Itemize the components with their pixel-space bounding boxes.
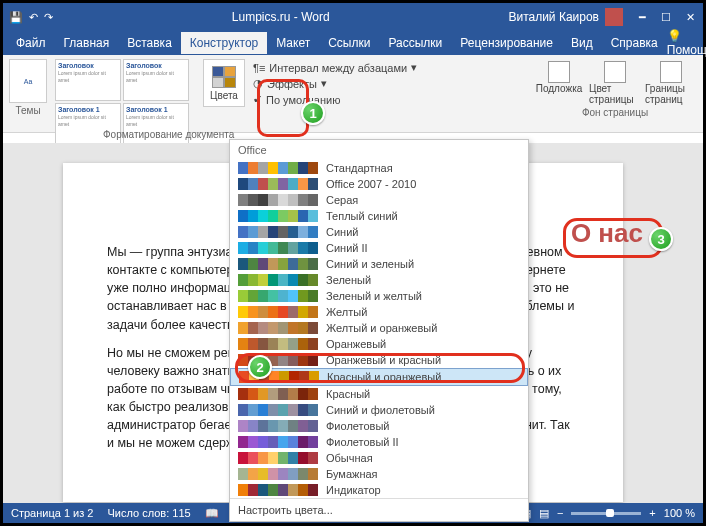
color-scheme-item[interactable]: Обычная (230, 450, 528, 466)
color-scheme-item[interactable]: Синий II (230, 240, 528, 256)
color-scheme-label: Оранжевый и красный (326, 354, 441, 366)
color-scheme-label: Красный (326, 388, 370, 400)
color-scheme-item[interactable]: Бумажная (230, 466, 528, 482)
dropdown-header: Office (230, 140, 528, 160)
set-default-button[interactable]: ✔ По умолчанию (253, 93, 417, 106)
color-scheme-label: Желтый (326, 306, 367, 318)
tab-ссылки[interactable]: Ссылки (319, 32, 379, 54)
tab-главная[interactable]: Главная (55, 32, 119, 54)
check-icon: ✔ (253, 93, 262, 106)
style-thumb[interactable]: ЗаголовокLorem ipsum dolor sit amet (123, 59, 189, 101)
customize-colors[interactable]: Настроить цвета... (230, 498, 528, 521)
color-scheme-label: Зеленый (326, 274, 371, 286)
color-scheme-label: Синий (326, 226, 358, 238)
color-scheme-item[interactable]: Индикатор (230, 482, 528, 498)
colors-button[interactable]: Цвета (203, 59, 245, 107)
tab-вставка[interactable]: Вставка (118, 32, 181, 54)
color-scheme-label: Теплый синий (326, 210, 398, 222)
chevron-down-icon: ▾ (411, 61, 417, 74)
heading-about: О нас (571, 218, 643, 249)
spacing-icon: ¶≡ (253, 62, 265, 74)
titlebar: 💾 ↶ ↷ Lumpics.ru - Word Виталий Каиров ━… (3, 3, 703, 31)
color-scheme-item[interactable]: Зеленый и желтый (230, 288, 528, 304)
paragraph-spacing[interactable]: ¶≡ Интервал между абзацами ▾ (253, 61, 417, 74)
color-scheme-label: Стандартная (326, 162, 393, 174)
style-thumb[interactable]: ЗаголовокLorem ipsum dolor sit amet (55, 59, 121, 101)
help-button[interactable]: 💡 Помощ (667, 29, 706, 57)
color-scheme-item[interactable]: Стандартная (230, 160, 528, 176)
page-count[interactable]: Страница 1 из 2 (11, 507, 93, 519)
themes-button[interactable]: Aa (9, 59, 47, 103)
tab-справка[interactable]: Справка (602, 32, 667, 54)
color-scheme-label: Желтый и оранжевый (326, 322, 437, 334)
color-scheme-label: Красный и оранжевый (327, 371, 441, 383)
tab-конструктор[interactable]: Конструктор (181, 32, 267, 54)
zoom-slider[interactable] (571, 512, 641, 515)
color-scheme-label: Зеленый и желтый (326, 290, 422, 302)
color-scheme-item[interactable]: Зеленый (230, 272, 528, 288)
color-scheme-label: Серая (326, 194, 358, 206)
redo-icon[interactable]: ↷ (44, 11, 53, 24)
avatar (605, 8, 623, 26)
color-scheme-label: Фиолетовый II (326, 436, 399, 448)
color-scheme-label: Office 2007 - 2010 (326, 178, 416, 190)
save-icon[interactable]: 💾 (9, 11, 23, 24)
tab-вид[interactable]: Вид (562, 32, 602, 54)
ribbon: Aa Темы ЗаголовокLorem ipsum dolor sit a… (3, 55, 703, 133)
formatting-group-label: Форматирование документа (103, 129, 234, 140)
effects-icon: ◔ (253, 77, 263, 90)
color-scheme-item[interactable]: Желтый и оранжевый (230, 320, 528, 336)
color-scheme-item[interactable]: Оранжевый (230, 336, 528, 352)
color-scheme-item[interactable]: Красный (230, 386, 528, 402)
colors-dropdown: Office СтандартнаяOffice 2007 - 2010Сера… (229, 139, 529, 522)
user-name[interactable]: Виталий Каиров (508, 8, 623, 26)
zoom-level[interactable]: 100 % (664, 507, 695, 519)
ribbon-tabs: ФайлГлавнаяВставкаКонструкторМакетСсылки… (3, 31, 703, 55)
badge-2: 2 (248, 355, 272, 379)
color-scheme-label: Синий и зеленый (326, 258, 414, 270)
color-scheme-item[interactable]: Office 2007 - 2010 (230, 176, 528, 192)
tab-файл[interactable]: Файл (7, 32, 55, 54)
page-borders-button[interactable]: Границы страниц (645, 61, 697, 105)
maximize-icon[interactable]: ☐ (659, 11, 673, 24)
color-scheme-label: Синий и фиолетовый (326, 404, 435, 416)
minimize-icon[interactable]: ━ (635, 11, 649, 24)
tab-рецензирование[interactable]: Рецензирование (451, 32, 562, 54)
tab-рассылки[interactable]: Рассылки (379, 32, 451, 54)
page-bg-group-label: Фон страницы (582, 107, 648, 118)
color-scheme-item[interactable]: Синий (230, 224, 528, 240)
undo-icon[interactable]: ↶ (29, 11, 38, 24)
view-web-icon[interactable]: ▤ (539, 507, 549, 520)
tab-макет[interactable]: Макет (267, 32, 319, 54)
color-scheme-item[interactable]: Оранжевый и красный (230, 352, 528, 368)
color-scheme-label: Фиолетовый (326, 420, 389, 432)
color-scheme-item[interactable]: Теплый синий (230, 208, 528, 224)
color-scheme-item[interactable]: Синий и зеленый (230, 256, 528, 272)
word-count[interactable]: Число слов: 115 (107, 507, 190, 519)
color-scheme-label: Обычная (326, 452, 373, 464)
color-scheme-label: Индикатор (326, 484, 381, 496)
color-scheme-item[interactable]: Желтый (230, 304, 528, 320)
effects-button[interactable]: ◔ Эффекты ▾ (253, 77, 417, 90)
color-scheme-item[interactable]: Фиолетовый II (230, 434, 528, 450)
color-scheme-item[interactable]: Серая (230, 192, 528, 208)
color-scheme-label: Бумажная (326, 468, 378, 480)
badge-1: 1 (301, 101, 325, 125)
window-title: Lumpics.ru - Word (53, 10, 508, 24)
style-set-gallery[interactable]: ЗаголовокLorem ipsum dolor sit ametЗагол… (55, 59, 195, 132)
badge-3: 3 (649, 227, 673, 251)
chevron-down-icon: ▾ (321, 77, 327, 90)
color-scheme-label: Синий II (326, 242, 368, 254)
zoom-in-icon[interactable]: + (649, 507, 655, 519)
themes-label: Темы (15, 105, 40, 116)
color-scheme-item[interactable]: Красный и оранжевый (230, 368, 528, 386)
zoom-out-icon[interactable]: − (557, 507, 563, 519)
close-icon[interactable]: ✕ (683, 11, 697, 24)
page-color-button[interactable]: Цвет страницы (589, 61, 641, 105)
watermark-button[interactable]: Подложка (533, 61, 585, 105)
spell-icon[interactable]: 📖 (205, 507, 219, 520)
color-scheme-label: Оранжевый (326, 338, 386, 350)
color-scheme-item[interactable]: Синий и фиолетовый (230, 402, 528, 418)
color-scheme-item[interactable]: Фиолетовый (230, 418, 528, 434)
colors-label: Цвета (210, 90, 238, 101)
